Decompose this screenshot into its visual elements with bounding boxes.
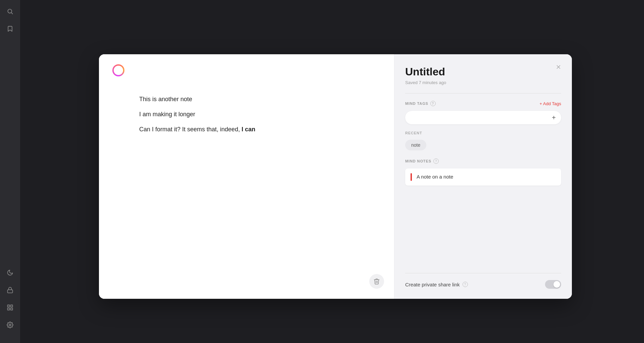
note-content[interactable]: This is another note I am making it long… [139, 94, 374, 285]
share-link-label: Create private share link ? [405, 282, 468, 287]
note-line-1: This is another note [139, 94, 374, 104]
note-card-text: A note on a note [417, 173, 453, 181]
mind-tags-label: MIND TAGS ? [405, 101, 436, 106]
mind-notes-label: MIND NOTES [405, 159, 431, 163]
mind-tags-header: MIND TAGS ? + Add Tags [405, 101, 561, 106]
add-tags-button[interactable]: + Add Tags [540, 101, 561, 106]
note-title: Untitled [405, 66, 561, 78]
share-link-row: Create private share link ? [405, 280, 561, 289]
tag-add-icon[interactable]: + [552, 114, 556, 121]
modal-backdrop: This is another note I am making it long… [0, 0, 644, 343]
note-line-2: I am making it longer [139, 110, 374, 119]
note-editor: This is another note I am making it long… [99, 54, 394, 299]
saved-time: Saved 7 minutes ago [405, 80, 561, 85]
divider [405, 93, 561, 93]
bold-text: I can [241, 126, 255, 133]
logo-area [112, 64, 124, 76]
note-card-accent [411, 173, 412, 181]
share-help-icon[interactable]: ? [463, 282, 468, 287]
mind-note-card-0[interactable]: A note on a note [405, 168, 561, 186]
recent-tags-list: note [405, 140, 561, 157]
mind-notes-help-icon[interactable]: ? [433, 158, 439, 164]
tag-chip-note[interactable]: note [405, 140, 426, 150]
share-toggle[interactable] [545, 280, 561, 289]
share-section: Create private share link ? [405, 273, 561, 289]
tag-input[interactable] [411, 115, 552, 121]
recent-label: RECENT [405, 131, 561, 135]
tag-input-row: + [405, 111, 561, 124]
meta-panel: Untitled Saved 7 minutes ago MIND TAGS ?… [394, 54, 572, 299]
toggle-knob [553, 281, 560, 288]
close-button[interactable] [553, 62, 564, 72]
app-logo-icon [112, 64, 124, 76]
mind-tags-help-icon[interactable]: ? [430, 101, 436, 106]
mind-notes-header: MIND NOTES ? [405, 158, 561, 164]
delete-button[interactable] [369, 274, 384, 289]
modal: This is another note I am making it long… [99, 54, 572, 299]
note-line-3: Can I format it? It seems that, indeed, … [139, 125, 374, 134]
